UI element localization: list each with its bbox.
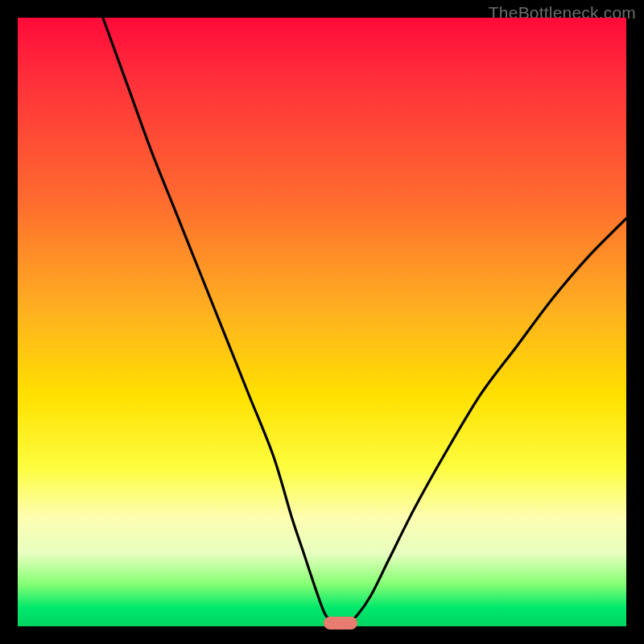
- plot-area: [18, 18, 626, 626]
- chart-frame: TheBottleneck.com: [0, 0, 644, 644]
- bottleneck-curve: [103, 18, 626, 624]
- curve-svg: [18, 18, 626, 626]
- optimal-marker: [324, 617, 357, 630]
